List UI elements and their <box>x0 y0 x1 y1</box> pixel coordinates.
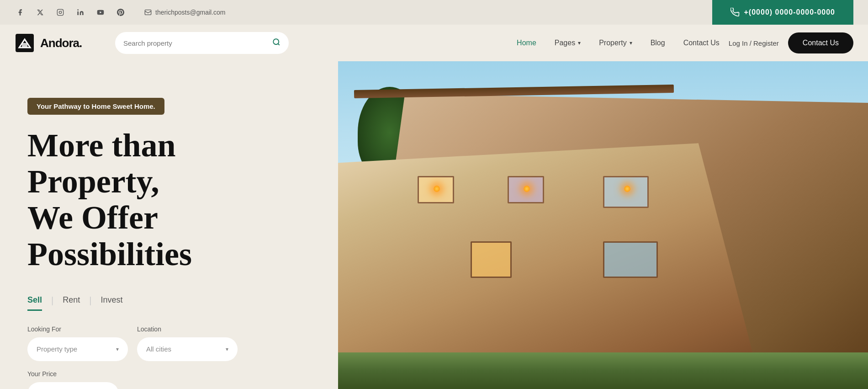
svg-rect-7 <box>22 43 27 48</box>
hero-left: Your Pathway to Home Sweet Home. More th… <box>0 61 338 389</box>
hero-image-area <box>338 61 868 389</box>
filter-group-looking-for: Looking For Property type ▾ <box>27 325 128 361</box>
ground <box>338 352 868 389</box>
pinterest-icon[interactable] <box>115 7 126 18</box>
tab-rent[interactable]: Rent <box>63 295 80 311</box>
email-icon <box>144 9 152 16</box>
nav-blog[interactable]: Blog <box>651 39 665 47</box>
hero-title-line2: We Offer Possibilities <box>27 199 192 272</box>
svg-point-3 <box>77 9 79 11</box>
contact-email[interactable]: therichposts@gmail.com <box>144 9 226 16</box>
all-cities-placeholder: All cities <box>146 345 171 353</box>
window-4 <box>471 241 512 278</box>
search-filters: Looking For Property type ▾ Location All… <box>27 325 311 389</box>
window-3 <box>603 176 649 208</box>
property-type-chevron: ▾ <box>116 346 119 352</box>
nav-pages[interactable]: Pages <box>555 39 581 47</box>
tab-sep-1: | <box>51 295 53 310</box>
email-text: therichposts@gmail.com <box>155 9 226 16</box>
twitter-x-icon[interactable] <box>35 7 46 18</box>
tab-sep-2: | <box>89 295 91 310</box>
property-type-placeholder: Property type <box>37 345 77 353</box>
search-bar[interactable] <box>115 32 289 54</box>
location-label: Location <box>137 325 238 333</box>
instagram-icon[interactable] <box>55 7 66 18</box>
top-bar-left: therichposts@gmail.com <box>15 7 226 18</box>
location-select[interactable]: All cities ▾ <box>137 337 238 361</box>
svg-point-1 <box>59 11 61 13</box>
filter-group-price: Your Price Max price <box>27 370 119 389</box>
house-illustration <box>338 61 868 389</box>
looking-for-label: Looking For <box>27 325 128 333</box>
search-icon <box>272 38 281 46</box>
tab-invest[interactable]: Invest <box>101 295 122 311</box>
hero-badge: Your Pathway to Home Sweet Home. <box>27 98 164 115</box>
max-price-input[interactable]: Max price <box>27 382 119 389</box>
filter-group-location: Location All cities ▾ <box>137 325 238 361</box>
logo-icon <box>15 33 35 53</box>
price-label: Your Price <box>27 370 119 378</box>
phone-number: +(0000) 0000-0000-0000 <box>744 8 835 16</box>
svg-rect-0 <box>57 9 63 15</box>
linkedin-icon[interactable] <box>75 7 86 18</box>
svg-rect-5 <box>145 10 151 15</box>
logo[interactable]: Andora. <box>15 33 106 53</box>
window-large <box>603 241 658 278</box>
facebook-icon[interactable] <box>15 7 26 18</box>
nav-links: Home Pages Property Blog Contact Us <box>517 39 720 47</box>
hero-tabs: Sell | Rent | Invest <box>27 295 311 311</box>
logo-text: Andora. <box>40 36 82 50</box>
tab-sell[interactable]: Sell <box>27 295 42 311</box>
top-bar: therichposts@gmail.com +(0000) 0000-0000… <box>0 0 868 25</box>
nav-property[interactable]: Property <box>599 39 632 47</box>
search-button[interactable] <box>272 38 281 48</box>
property-type-select[interactable]: Property type ▾ <box>27 337 128 361</box>
phone-icon <box>730 8 740 17</box>
phone-cta[interactable]: +(0000) 0000-0000-0000 <box>712 0 853 25</box>
hero-title: More than Property, We Offer Possibiliti… <box>27 128 311 272</box>
svg-point-8 <box>273 39 279 44</box>
nav-auth[interactable]: Log In / Register <box>729 39 779 47</box>
contact-us-button[interactable]: Contact Us <box>788 32 853 53</box>
nav-contact-us-link[interactable]: Contact Us <box>683 39 720 47</box>
nav-home[interactable]: Home <box>517 39 536 47</box>
hero-title-line1: More than Property, <box>27 127 176 200</box>
hero-section: Your Pathway to Home Sweet Home. More th… <box>0 61 868 389</box>
main-nav: Andora. Home Pages Property Blog Contact… <box>0 25 868 61</box>
svg-point-2 <box>62 11 62 11</box>
search-input[interactable] <box>123 39 268 47</box>
location-chevron: ▾ <box>226 346 228 352</box>
youtube-icon[interactable] <box>95 7 106 18</box>
